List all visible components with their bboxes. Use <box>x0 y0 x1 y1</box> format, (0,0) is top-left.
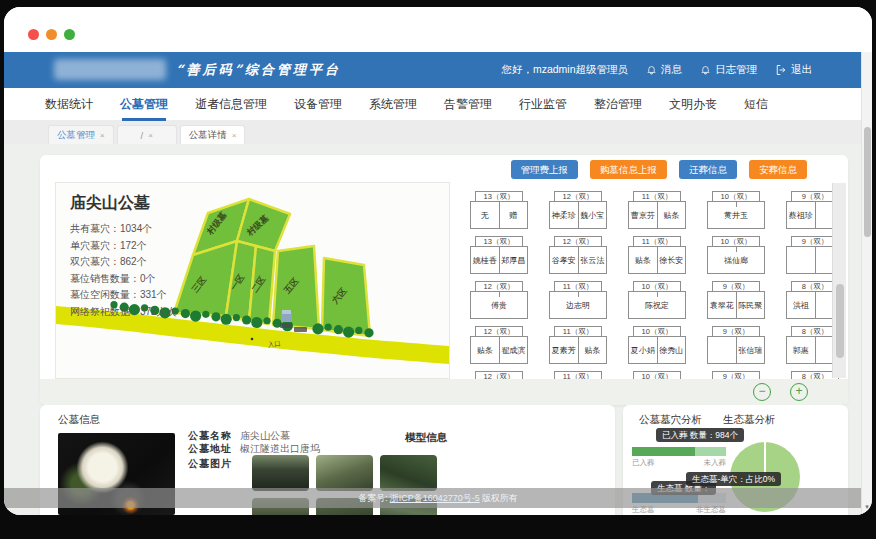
zoom-in-button[interactable]: + <box>790 383 808 401</box>
tomb-occupant: 徐长安 <box>658 247 686 273</box>
cemetery-name: 庙尖山公墓 <box>70 193 150 214</box>
nav-item-deceased-info[interactable]: 逝者信息管理 <box>195 88 267 121</box>
platform-title: “善后码”综合管理平台 <box>176 61 341 79</box>
bar-unburied <box>695 447 726 456</box>
nav-item-industry-supervision[interactable]: 行业监管 <box>519 88 567 121</box>
header-actions: 您好，mzadmin超级管理员 消息 日志管理 退出 <box>501 52 812 88</box>
tab-slash[interactable]: / × <box>117 125 177 144</box>
page-scrollbar-thumb[interactable] <box>864 127 871 237</box>
tomb-block-body: 傅贵 <box>470 291 528 319</box>
tomb-block[interactable]: 11（双）贴条徐长安 <box>628 236 686 275</box>
nav-item-civilized-funeral[interactable]: 文明办丧 <box>669 88 717 121</box>
tomb-occupant: 徐秀山 <box>658 337 686 363</box>
tomb-block-body: 黄井玉 <box>707 201 765 229</box>
tomb-block-body: 贴条翟成滨 <box>470 336 528 364</box>
cemetery-detail-card: 管理费上报 购墓信息上报 迁葬信息 安葬信息 <box>40 155 848 405</box>
maximize-window-button[interactable] <box>64 29 75 40</box>
tab-cemetery-mgmt[interactable]: 公墓管理 × <box>48 125 114 144</box>
tomb-block[interactable]: 10（双）黄井玉 <box>707 191 765 230</box>
nav-item-rectification[interactable]: 整治管理 <box>594 88 642 121</box>
tomb-occupant: 蔡祖珍 <box>787 202 816 228</box>
stat-vacant: 墓位空闲数量：331个 <box>70 287 177 304</box>
logout-button[interactable]: 退出 <box>775 63 812 77</box>
nav-item-data-stats[interactable]: 数据统计 <box>45 88 93 121</box>
tomb-block-body: 谷孝安张云法 <box>549 246 607 274</box>
screen: “善后码”综合管理平台 您好，mzadmin超级管理员 消息 日志管理 退出 数… <box>0 0 876 539</box>
cemetery-photo-thumbnail[interactable] <box>380 455 437 491</box>
tomb-block[interactable]: 11（双）曹京芬贴条 <box>628 191 686 230</box>
window-titlebar <box>4 7 872 52</box>
grid-scrollbar[interactable] <box>832 183 846 378</box>
tomb-occupant: 张云法 <box>579 247 607 273</box>
tomb-block[interactable]: 12（双）谷孝安张云法 <box>549 236 607 275</box>
nav-item-alarm-mgmt[interactable]: 告警管理 <box>444 88 492 121</box>
minimize-window-button[interactable] <box>46 29 57 40</box>
tomb-occupant: 曹京芬 <box>629 202 658 228</box>
tomb-block[interactable]: 10（双）夏小娟徐秀山 <box>628 326 686 365</box>
tomb-block-body: 边志明 <box>549 291 607 319</box>
tab-label: 公墓详情 <box>189 129 227 142</box>
tree <box>211 312 220 321</box>
tomb-block[interactable]: 12（双）贴条翟成滨 <box>470 326 528 365</box>
grid-scrollbar-thumb[interactable] <box>836 284 844 358</box>
tomb-occupant: 魏小宝 <box>579 202 607 228</box>
nav-item-sms[interactable]: 短信 <box>744 88 768 121</box>
tomb-occupant: 陈民聚 <box>737 292 765 318</box>
nav-item-device-mgmt[interactable]: 设备管理 <box>294 88 342 121</box>
tomb-occupant: 谷孝安 <box>550 247 579 273</box>
tab-close-icon[interactable]: × <box>232 131 237 140</box>
app-window: “善后码”综合管理平台 您好，mzadmin超级管理员 消息 日志管理 退出 数… <box>4 7 872 515</box>
tomb-occupant: 姚桂香 <box>471 247 500 273</box>
page-scrollbar[interactable]: ▾ <box>861 52 872 515</box>
log-management-button[interactable]: 日志管理 <box>700 63 757 77</box>
cemetery-map-panel[interactable]: 入口 村级墓 村级墓 三区 一区 二区 五区 六区 庙尖山公墓 <box>55 182 450 379</box>
user-greeting: 您好，mzadmin超级管理员 <box>501 63 628 77</box>
field-cemetery-name: 公墓名称庙尖山公墓 <box>188 429 290 443</box>
tree <box>242 315 251 324</box>
map-zoom-bar: − + <box>40 379 848 405</box>
zoom-out-button[interactable]: − <box>753 383 771 401</box>
nav-item-cemetery-mgmt[interactable]: 公墓管理 <box>120 88 168 121</box>
stat-online-worship: 网络祭祀数据：372人次 <box>70 304 177 321</box>
purchase-info-report-button[interactable]: 购墓信息上报 <box>590 160 667 179</box>
tomb-block-body: 神柔珍魏小宝 <box>549 201 607 229</box>
burial-info-button[interactable]: 安葬信息 <box>749 160 807 179</box>
tomb-block[interactable]: 9（双）张信瑞 <box>707 326 765 365</box>
messages-label: 消息 <box>661 63 682 77</box>
close-window-button[interactable] <box>28 29 39 40</box>
tab-close-icon[interactable]: × <box>148 131 153 140</box>
scroll-down-arrow[interactable]: ▾ <box>862 503 872 511</box>
tree <box>355 327 362 334</box>
tree <box>334 325 343 334</box>
mgmt-fee-report-button[interactable]: 管理费上报 <box>511 160 579 179</box>
tomb-block[interactable]: 11（双）边志明 <box>549 281 607 320</box>
tomb-block[interactable]: 12（双）傅贵 <box>470 281 528 320</box>
cemetery-photo-thumbnail[interactable] <box>252 455 309 491</box>
messages-button[interactable]: 消息 <box>646 63 682 77</box>
tomb-block[interactable]: 9（双）袁翠花陈民聚 <box>707 281 765 320</box>
stat-single-graves: 单穴墓穴：172个 <box>70 238 177 255</box>
tab-close-icon[interactable]: × <box>100 131 105 140</box>
cemetery-photo-thumbnail[interactable] <box>316 455 373 491</box>
tomb-block[interactable]: 10（双）陈祝定 <box>628 281 686 320</box>
eco-analysis-title: 生态墓分析 <box>723 413 776 427</box>
tomb-block[interactable]: 11（双）夏素芳贴条 <box>549 326 607 365</box>
relocation-info-button[interactable]: 迁葬信息 <box>679 160 737 179</box>
tomb-block-body: 张信瑞 <box>707 336 765 364</box>
tomb-block-body: 无赠 <box>470 201 528 229</box>
tree <box>233 314 240 321</box>
tomb-block[interactable]: 10（双）禚仙廊 <box>707 236 765 275</box>
icp-link[interactable]: 浙ICP备16042770号-5 <box>390 492 480 505</box>
tree <box>325 324 332 331</box>
tomb-block-body: 姚桂香郑厚昌 <box>470 246 528 274</box>
app-header: “善后码”综合管理平台 您好，mzadmin超级管理员 消息 日志管理 退出 <box>4 52 872 88</box>
tomb-block[interactable]: 13（双）姚桂香郑厚昌 <box>470 236 528 275</box>
tab-cemetery-detail[interactable]: 公墓详情 × <box>180 125 246 144</box>
app-logo <box>54 59 166 80</box>
tomb-block[interactable]: 13（双）无赠 <box>470 191 528 230</box>
tomb-block[interactable]: 12（双）神柔珍魏小宝 <box>549 191 607 230</box>
tomb-occupant: 边志明 <box>550 292 606 318</box>
tree <box>263 317 270 324</box>
nav-item-system-mgmt[interactable]: 系统管理 <box>369 88 417 121</box>
map-label-blob <box>280 323 292 328</box>
